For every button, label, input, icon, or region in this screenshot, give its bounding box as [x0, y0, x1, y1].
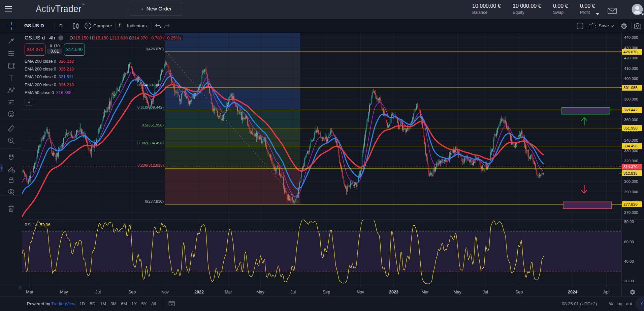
svg-text:0(277.830): 0(277.830) — [145, 199, 164, 203]
svg-text:Apr: Apr — [603, 290, 610, 294]
svg-text:Sep: Sep — [515, 290, 523, 294]
svg-text:410.000: 410.000 — [624, 66, 638, 70]
svg-text:400.000: 400.000 — [624, 77, 638, 81]
svg-text:Jul: Jul — [95, 290, 101, 294]
svg-text:20.00: 20.00 — [624, 279, 634, 283]
svg-text:0.382(334.458): 0.382(334.458) — [137, 141, 164, 145]
svg-text:440.000: 440.000 — [624, 35, 638, 39]
svg-text:351.950: 351.950 — [623, 126, 638, 130]
svg-text:‹: ‹ — [20, 286, 21, 289]
svg-text:2022: 2022 — [194, 290, 204, 294]
svg-text:Mar: Mar — [26, 290, 33, 294]
svg-text:Nov: Nov — [357, 290, 364, 294]
svg-text:426.070: 426.070 — [623, 50, 638, 54]
svg-text:May: May — [60, 290, 68, 294]
svg-text:360.000: 360.000 — [624, 118, 638, 122]
svg-text:420.000: 420.000 — [624, 56, 638, 60]
svg-text:2024: 2024 — [568, 290, 577, 294]
svg-text:0.618(369.442): 0.618(369.442) — [137, 105, 164, 109]
svg-text:Jul: Jul — [290, 290, 296, 294]
svg-text:Mar: Mar — [225, 290, 232, 294]
svg-text:May: May — [453, 290, 461, 294]
svg-text:Sep: Sep — [128, 290, 136, 294]
svg-text:Nov: Nov — [161, 290, 169, 294]
svg-text:330.000: 330.000 — [624, 149, 638, 153]
svg-text:May: May — [256, 290, 264, 294]
svg-text:320.000: 320.000 — [624, 159, 638, 163]
svg-text:270.000: 270.000 — [624, 210, 638, 215]
svg-text:391.085: 391.085 — [623, 86, 638, 90]
svg-text:312.815: 312.815 — [623, 171, 638, 175]
svg-text:0.236(312.815): 0.236(312.815) — [137, 163, 164, 167]
svg-text:277.830: 277.830 — [623, 202, 638, 206]
svg-text:314.370: 314.370 — [623, 165, 638, 169]
svg-text:340.000: 340.000 — [624, 138, 638, 142]
svg-text:60.00: 60.00 — [624, 240, 634, 244]
svg-text:334.458: 334.458 — [623, 144, 638, 148]
svg-text:0.5(351.950): 0.5(351.950) — [142, 123, 164, 127]
svg-text:Sep: Sep — [323, 290, 330, 294]
svg-text:80.00: 80.00 — [624, 220, 634, 224]
svg-text:380.000: 380.000 — [624, 97, 638, 101]
svg-text:Mar: Mar — [421, 290, 429, 294]
svg-text:40.00: 40.00 — [624, 259, 634, 263]
svg-text:300.000: 300.000 — [624, 179, 638, 183]
svg-text:290.000: 290.000 — [624, 190, 638, 194]
svg-text:Jul: Jul — [483, 290, 488, 294]
svg-text:2023: 2023 — [389, 290, 398, 294]
svg-text:369.442: 369.442 — [623, 108, 638, 112]
